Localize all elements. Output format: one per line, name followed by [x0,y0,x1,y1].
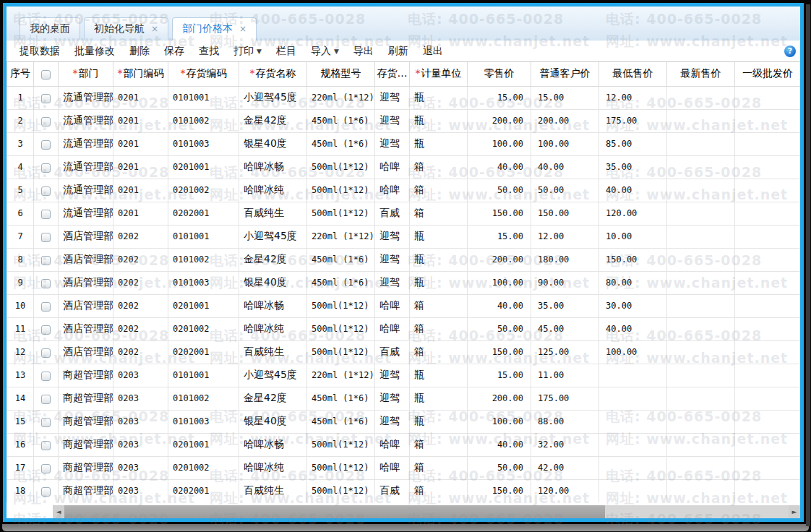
cell-inv_name[interactable]: 哈啤冰纯 [239,456,307,479]
cell-inv_name[interactable]: 银星40度 [239,410,307,433]
cell-dept_code[interactable]: 0203 [113,479,168,502]
cell-spec[interactable]: 450ml (1*6) [307,271,375,294]
cell-inv_name[interactable]: 金星42度 [239,109,307,132]
cell-min[interactable] [599,433,667,456]
cell-unit[interactable]: 瓶 [410,109,468,132]
cell-regular[interactable]: 42.00 [531,456,599,479]
cell-retail[interactable]: 40.00 [468,155,531,179]
cell-latest[interactable] [667,86,735,109]
cell-regular[interactable]: 100.00 [531,132,599,155]
table-row[interactable]: 17商超管理部02030201002哈啤冰纯500ml(1*12)哈啤箱50.0… [7,456,801,479]
cell-inv_extra[interactable]: 迎驾 [375,225,410,248]
cell-inv_extra[interactable]: 哈啤 [375,155,410,179]
cell-wholesale[interactable] [735,155,801,179]
scroll-left-arrow-icon[interactable]: ◄ [53,505,64,518]
cell-dept[interactable]: 流通管理部 [59,132,113,155]
cell-unit[interactable]: 瓶 [410,387,468,410]
cell-inv_extra[interactable]: 百威 [375,202,410,225]
cell-inv_name[interactable]: 小迎驾45度 [239,364,307,387]
cell-retail[interactable]: 15.00 [468,364,531,387]
cell-wholesale[interactable] [735,86,801,109]
cell-spec[interactable]: 500ml(1*12) [307,479,375,502]
cell-regular[interactable]: 120.00 [531,479,599,502]
cell-spec[interactable]: 450ml (1*6) [307,248,375,271]
cell-retail[interactable]: 50.00 [468,179,531,202]
cell-min[interactable]: 35.00 [599,155,667,179]
cell-dept[interactable]: 酒店管理部 [59,271,113,294]
row-checkbox[interactable] [41,325,51,335]
cell-dept_code[interactable]: 0203 [113,433,168,456]
cell-wholesale[interactable] [735,340,801,364]
cell-dept_code[interactable]: 0202 [113,248,168,271]
cell-retail[interactable]: 150.00 [468,479,531,502]
cell-wholesale[interactable] [735,479,801,502]
cell-regular[interactable]: 50.00 [531,179,599,202]
cell-no[interactable]: 10 [7,294,34,317]
cell-unit[interactable]: 箱 [410,340,468,364]
cell-wholesale[interactable] [735,364,801,387]
cell-spec[interactable]: 220ml (1*12) [307,364,375,387]
table-row[interactable]: 10酒店管理部02020201001哈啤冰畅500ml(1*12)哈啤箱40.0… [7,294,801,317]
cell-dept[interactable]: 酒店管理部 [59,294,113,317]
cell-no[interactable]: 12 [7,340,34,364]
cell-inv_code[interactable]: 0101001 [168,364,239,387]
cell-inv_extra[interactable]: 哈啤 [375,317,410,340]
cell-dept_code[interactable]: 0203 [113,387,168,410]
column-header-regular[interactable]: 普通客户价 [531,62,599,86]
table-row[interactable]: 11酒店管理部02020201002哈啤冰纯500ml(1*12)哈啤箱50.0… [7,317,801,340]
cell-inv_extra[interactable]: 迎驾 [375,271,410,294]
cell-wholesale[interactable] [735,132,801,155]
cell-latest[interactable] [667,202,735,225]
cell-spec[interactable]: 450ml (1*6) [307,410,375,433]
table-row[interactable]: 12酒店管理部02020202001百威纯生500ml(1*12)百威箱150.… [7,340,801,364]
cell-unit[interactable]: 瓶 [410,248,468,271]
cell-retail[interactable]: 200.00 [468,248,531,271]
column-header-inv_extra[interactable]: 存货… [375,62,410,86]
cell-min[interactable]: 80.00 [599,271,667,294]
scroll-right-arrow-icon[interactable]: ► [789,505,800,518]
cell-dept[interactable]: 流通管理部 [59,155,113,179]
cell-retail[interactable]: 40.00 [468,294,531,317]
cell-no[interactable]: 14 [7,387,34,410]
cell-regular[interactable]: 88.00 [531,410,599,433]
cell-dept_code[interactable]: 0201 [113,132,168,155]
cell-inv_name[interactable]: 银星40度 [239,271,307,294]
row-checkbox[interactable] [41,418,51,427]
toolbar-button-4[interactable]: 保存 [157,45,192,58]
row-checkbox[interactable] [41,233,51,242]
table-row[interactable]: 5流通管理部02010201002哈啤冰纯500ml(1*12)哈啤箱50.00… [7,179,801,202]
cell-inv_extra[interactable]: 哈啤 [375,294,410,317]
cell-unit[interactable]: 箱 [410,317,468,340]
table-row[interactable]: 14商超管理部02030101002金星42度450ml (1*6)迎驾瓶200… [7,387,801,410]
cell-inv_name[interactable]: 小迎驾45度 [239,86,307,109]
toolbar-button-7[interactable]: 栏目 [269,45,304,58]
cell-no[interactable]: 16 [7,433,34,456]
toolbar-button-8[interactable]: 导入▼ [304,45,346,58]
column-header-inv_name[interactable]: *存货名称 [239,62,307,86]
cell-inv_name[interactable]: 小迎驾45度 [239,225,307,248]
cell-inv_code[interactable]: 0201001 [168,294,239,317]
cell-inv_name[interactable]: 金星42度 [239,387,307,410]
cell-regular[interactable]: 32.00 [531,433,599,456]
cell-inv_extra[interactable]: 迎驾 [375,109,410,132]
cell-regular[interactable]: 180.00 [531,248,599,271]
cell-inv_name[interactable]: 百威纯生 [239,202,307,225]
toolbar-button-6[interactable]: 打印▼ [226,45,269,58]
cell-wholesale[interactable] [735,179,801,202]
cell-dept_code[interactable]: 0203 [113,456,168,479]
table-row[interactable]: 16商超管理部02030201001哈啤冰畅500ml(1*12)哈啤箱40.0… [7,433,801,456]
cell-dept[interactable]: 商超管理部 [59,456,113,479]
cell-no[interactable]: 3 [7,132,34,155]
cell-inv_name[interactable]: 金星42度 [239,248,307,271]
cell-unit[interactable]: 箱 [410,479,468,502]
cell-latest[interactable] [667,225,735,248]
tab-close-icon[interactable]: × [239,24,246,34]
cell-min[interactable]: 150.00 [599,248,667,271]
toolbar-button-9[interactable]: 导出 [346,45,381,58]
row-checkbox[interactable] [41,395,51,404]
cell-wholesale[interactable] [735,225,801,248]
cell-latest[interactable] [667,179,735,202]
cell-spec[interactable]: 500ml(1*12) [307,202,375,225]
scrollbar-thumb[interactable] [64,505,605,518]
cell-retail[interactable]: 200.00 [468,387,531,410]
